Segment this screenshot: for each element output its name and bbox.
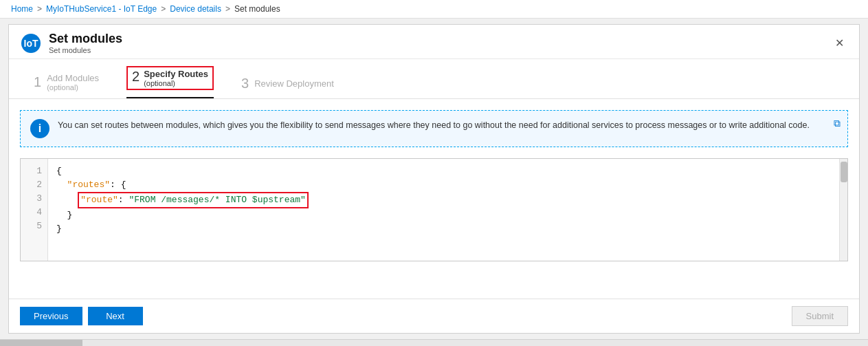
code-line-4: }	[56, 208, 831, 222]
code-line-5: }	[56, 222, 831, 236]
line-num-1: 1	[21, 164, 47, 178]
footer-left: Previous Next	[20, 307, 143, 325]
step-1[interactable]: 1 Add Modules (optional)	[20, 66, 113, 98]
bottom-scrollbar[interactable]	[0, 339, 868, 346]
breadcrumb-iothub[interactable]: MyIoTHubService1 - IoT Edge	[46, 4, 157, 14]
step-3-number: 3	[241, 76, 249, 91]
bottom-scroll-thumb	[0, 340, 82, 346]
breadcrumb-current: Set modules	[234, 4, 280, 14]
breadcrumb-home[interactable]: Home	[11, 4, 33, 14]
main-panel: IoT Set modules Set modules ✕ 1 Add Modu…	[8, 24, 860, 334]
route-highlight: "route": "FROM /messages/* INTO $upstrea…	[78, 192, 309, 208]
route-value: "FROM /messages/* INTO $upstream"	[129, 195, 305, 205]
submit-button: Submit	[792, 306, 848, 326]
panel-header: IoT Set modules Set modules ✕	[9, 25, 859, 59]
panel-title-text: Set modules Set modules	[49, 32, 122, 54]
step-2-label: Specify Routes	[144, 69, 208, 79]
code-line-3: "route": "FROM /messages/* INTO $upstrea…	[56, 192, 831, 208]
line-num-4: 4	[21, 206, 47, 219]
step-2-sublabel: (optional)	[144, 79, 208, 87]
step-2-number: 2	[132, 69, 140, 85]
info-banner-text: You can set routes between modules, whic…	[58, 119, 810, 132]
content-area: i You can set routes between modules, wh…	[9, 99, 859, 299]
previous-button[interactable]: Previous	[20, 307, 82, 325]
breadcrumb-sep-3: >	[225, 4, 230, 14]
step-2[interactable]: 2 Specify Routes (optional)	[113, 59, 227, 98]
line-num-3: 3	[21, 192, 47, 206]
step-2-labels: Specify Routes (optional)	[144, 69, 208, 87]
footer: Previous Next Submit	[9, 299, 859, 333]
azure-iot-icon: IoT	[20, 32, 42, 54]
step-1-number: 1	[34, 74, 41, 90]
code-line-2: "routes": {	[56, 178, 831, 192]
close-button[interactable]: ✕	[831, 35, 848, 51]
breadcrumb-device[interactable]: Device details	[170, 4, 221, 14]
info-banner: i You can set routes between modules, wh…	[20, 110, 848, 147]
line-num-5: 5	[21, 219, 47, 233]
code-content[interactable]: { "routes": { "route": "FROM /messages/*…	[48, 159, 839, 261]
step-3-inner: 3 Review Deployment	[241, 76, 334, 98]
step-3-label: Review Deployment	[254, 78, 334, 89]
next-button[interactable]: Next	[88, 307, 143, 325]
step-2-inner: 2 Specify Routes (optional)	[126, 66, 214, 97]
step-1-sublabel: (optional)	[47, 83, 99, 91]
panel-subtitle: Set modules	[49, 46, 122, 54]
routes-key: "routes"	[67, 180, 110, 190]
step-1-inner: 1 Add Modules (optional)	[34, 73, 99, 98]
app-frame: Home > MyIoTHubService1 - IoT Edge > Dev…	[0, 0, 868, 346]
route-key: "route"	[80, 195, 118, 205]
panel-title: Set modules	[49, 32, 122, 46]
breadcrumb-sep-2: >	[161, 4, 166, 14]
step-3[interactable]: 3 Review Deployment	[227, 69, 348, 98]
line-numbers: 1 2 3 4 5	[21, 159, 48, 261]
code-editor[interactable]: 1 2 3 4 5 { "routes": { "route": "FROM /…	[20, 158, 848, 261]
breadcrumb-sep-1: >	[37, 4, 42, 14]
step-3-labels: Review Deployment	[254, 78, 334, 89]
svg-text:IoT: IoT	[24, 38, 38, 49]
code-line-1: {	[56, 164, 831, 178]
breadcrumb: Home > MyIoTHubService1 - IoT Edge > Dev…	[0, 0, 868, 19]
steps-bar: 1 Add Modules (optional) 2 Specify Route…	[9, 59, 859, 99]
line-num-2: 2	[21, 178, 47, 192]
step-1-labels: Add Modules (optional)	[47, 73, 99, 91]
step-2-underline	[126, 97, 214, 98]
scroll-thumb	[841, 162, 847, 182]
info-icon: i	[30, 119, 49, 138]
external-link-icon[interactable]: ⧉	[834, 118, 841, 129]
step-2-border-box: 2 Specify Routes (optional)	[126, 66, 214, 90]
step-1-label: Add Modules	[47, 73, 99, 83]
panel-title-area: IoT Set modules Set modules	[20, 32, 122, 54]
code-scrollbar[interactable]	[839, 159, 847, 261]
